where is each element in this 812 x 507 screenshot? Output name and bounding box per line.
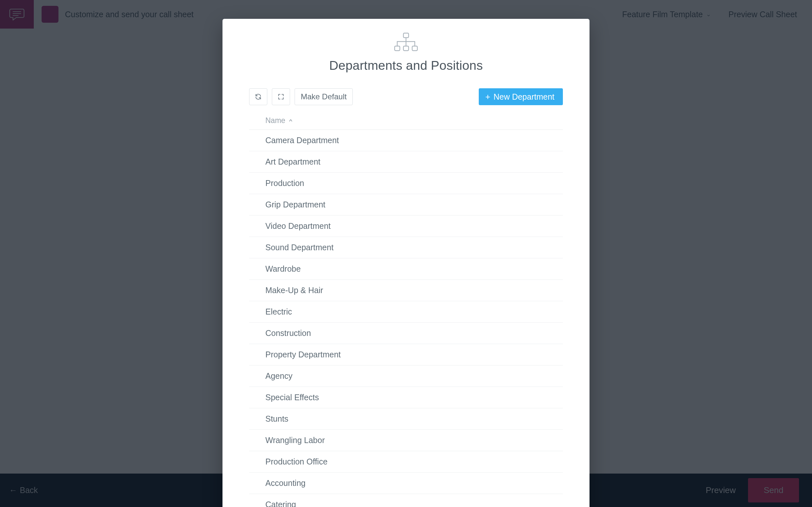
expand-icon <box>277 93 285 100</box>
department-name: Sound Department <box>265 243 334 252</box>
table-row[interactable]: Sound Department <box>249 237 563 259</box>
modal-title: Departments and Positions <box>249 58 563 73</box>
department-name: Accounting <box>265 478 306 488</box>
departments-modal: Departments and Positions Make Default <box>222 19 590 507</box>
table-row[interactable]: Construction <box>249 323 563 344</box>
refresh-button[interactable] <box>249 88 267 105</box>
modal-toolbar: Make Default + New Department <box>249 88 563 105</box>
new-department-label: New Department <box>493 92 554 102</box>
department-name: Make-Up & Hair <box>265 286 323 295</box>
department-name: Catering <box>265 500 296 507</box>
sort-asc-icon <box>289 118 293 123</box>
svg-rect-0 <box>403 33 409 38</box>
departments-table: Name Camera DepartmentArt DepartmentProd… <box>249 112 563 507</box>
table-row[interactable]: Make-Up & Hair <box>249 280 563 301</box>
table-row[interactable]: Agency <box>249 365 563 387</box>
hierarchy-icon <box>249 32 563 54</box>
department-name: Production <box>265 178 304 188</box>
department-name: Property Department <box>265 350 341 359</box>
svg-rect-1 <box>395 46 400 51</box>
table-row[interactable]: Accounting <box>249 472 563 494</box>
department-name: Special Effects <box>265 393 319 402</box>
plus-icon: + <box>485 93 490 101</box>
expand-button[interactable] <box>272 88 290 105</box>
refresh-icon <box>255 93 262 100</box>
svg-rect-2 <box>403 46 409 51</box>
table-row[interactable]: Video Department <box>249 216 563 237</box>
svg-rect-3 <box>412 46 417 51</box>
department-name: Construction <box>265 329 311 338</box>
department-name: Camera Department <box>265 136 339 145</box>
department-name: Art Department <box>265 157 320 167</box>
table-row[interactable]: Wardrobe <box>249 259 563 280</box>
table-row[interactable]: Stunts <box>249 408 563 430</box>
table-row[interactable]: Camera Department <box>249 130 563 151</box>
table-row[interactable]: Special Effects <box>249 387 563 408</box>
table-row[interactable]: Catering <box>249 494 563 507</box>
department-name: Agency <box>265 371 292 381</box>
make-default-button[interactable]: Make Default <box>295 88 353 105</box>
department-name: Stunts <box>265 414 289 424</box>
department-name: Wrangling Labor <box>265 436 325 445</box>
table-header[interactable]: Name <box>249 112 563 130</box>
table-row[interactable]: Production Office <box>249 451 563 472</box>
department-name: Wardrobe <box>265 264 301 274</box>
department-name: Electric <box>265 307 292 317</box>
department-name: Video Department <box>265 221 331 231</box>
table-row[interactable]: Electric <box>249 301 563 323</box>
department-name: Production Office <box>265 457 327 466</box>
table-row[interactable]: Production <box>249 173 563 194</box>
table-row[interactable]: Art Department <box>249 151 563 173</box>
department-name: Grip Department <box>265 200 325 209</box>
table-row[interactable]: Property Department <box>249 344 563 365</box>
new-department-button[interactable]: + New Department <box>479 88 563 105</box>
table-row[interactable]: Grip Department <box>249 194 563 216</box>
table-row[interactable]: Wrangling Labor <box>249 430 563 451</box>
column-name-header: Name <box>265 116 285 125</box>
